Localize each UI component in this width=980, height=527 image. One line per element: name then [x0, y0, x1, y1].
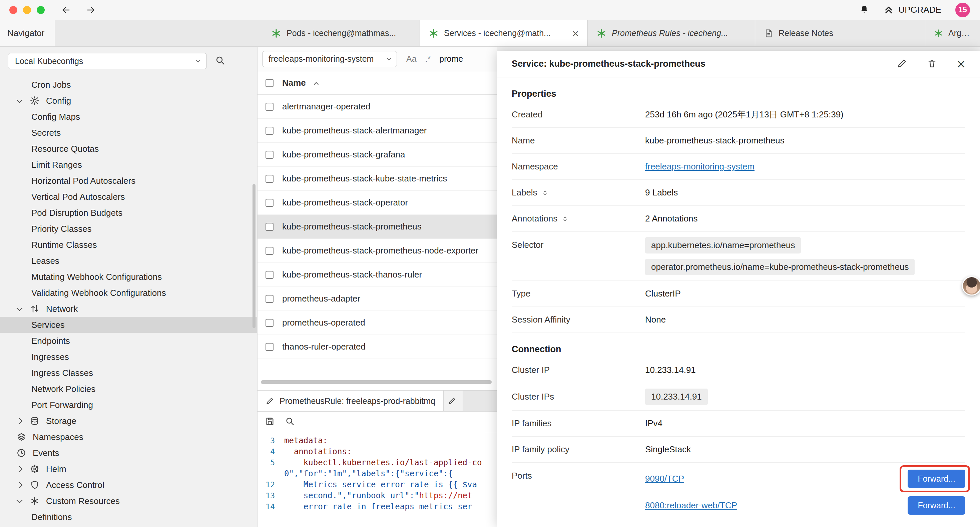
row-checkbox[interactable]	[266, 319, 274, 327]
yaml-editor[interactable]: 3metadata: 4 annotations: 5 kubectl.kube…	[258, 432, 497, 527]
sidebar-item-limit-ranges[interactable]: Limit Ranges	[0, 157, 257, 173]
sidebar-item-vertical-pod-autoscalers[interactable]: Vertical Pod Autoscalers	[0, 189, 257, 205]
table-row[interactable]: kube-prometheus-stack-operator	[258, 191, 497, 215]
sidebar-item-network[interactable]: Network	[0, 301, 257, 317]
sidebar-item-cron-jobs[interactable]: Cron Jobs	[0, 77, 257, 93]
sidebar-item-priority-classes[interactable]: Priority Classes	[0, 221, 257, 237]
navigator-sidebar: Local Kubeconfigs Cron Jobs Config Confi…	[0, 47, 258, 527]
row-checkbox[interactable]	[266, 223, 274, 231]
kubeconfig-selector[interactable]: Local Kubeconfigs	[8, 53, 207, 69]
expand-collapse-icon[interactable]	[541, 189, 549, 196]
table-row[interactable]: kube-prometheus-stack-alertmanager	[258, 119, 497, 143]
row-checkbox[interactable]	[266, 343, 274, 351]
port-link[interactable]: 9090/TCP	[645, 474, 684, 484]
table-row-selected[interactable]: kube-prometheus-stack-prometheus	[258, 215, 497, 239]
sidebar-item-leases[interactable]: Leases	[0, 253, 257, 269]
sidebar-item-services[interactable]: Services	[0, 317, 257, 333]
row-checkbox[interactable]	[266, 151, 274, 159]
row-checkbox[interactable]	[266, 175, 274, 183]
close-icon[interactable]: ×	[957, 57, 965, 72]
sidebar-item-secrets[interactable]: Secrets	[0, 125, 257, 141]
sidebar-item-horizontal-pod-autoscalers[interactable]: Horizontal Pod Autoscalers	[0, 173, 257, 189]
table-row[interactable]: kube-prometheus-stack-grafana	[258, 143, 497, 167]
sidebar-item-ingresses[interactable]: Ingresses	[0, 349, 257, 365]
row-checkbox[interactable]	[266, 295, 274, 303]
sidebar-item-resource-quotas[interactable]: Resource Quotas	[0, 141, 257, 157]
upgrade-button[interactable]: UPGRADE	[884, 5, 941, 15]
table-row[interactable]: alertmanager-operated	[258, 95, 497, 119]
forward-button[interactable]: Forward...	[908, 470, 965, 488]
save-icon[interactable]	[265, 416, 275, 428]
dock-tab-prometheusrule[interactable]: PrometheusRule: freeleaps-prod-rabbitmq	[258, 390, 444, 411]
sidebar-item-ingress-classes[interactable]: Ingress Classes	[0, 365, 257, 381]
table-header-row: Name	[258, 72, 497, 95]
sidebar-item-custom-resources[interactable]: Custom Resources	[0, 493, 257, 509]
namespace-filter-dropdown[interactable]: freeleaps-monitoring-system	[262, 51, 397, 67]
dock-tab-partial[interactable]	[444, 390, 463, 411]
tab-release-notes[interactable]: Release Notes	[755, 20, 925, 46]
user-avatar[interactable]	[962, 276, 980, 296]
sidebar-item-network-policies[interactable]: Network Policies	[0, 381, 257, 397]
table-row[interactable]: thanos-ruler-operated	[258, 335, 497, 359]
table-row[interactable]: prometheus-operated	[258, 311, 497, 335]
sidebar-item-mutating-webhook-configurations[interactable]: Mutating Webhook Configurations	[0, 269, 257, 285]
row-checkbox[interactable]	[266, 247, 274, 255]
namespace-link[interactable]: freeleaps-monitoring-system	[645, 161, 965, 172]
forward-nav-button[interactable]	[85, 4, 97, 16]
sidebar-search-icon[interactable]	[215, 55, 226, 67]
sidebar-item-helm[interactable]: Helm	[0, 461, 257, 477]
custom-resources-icon	[29, 495, 41, 507]
sidebar-item-endpoints[interactable]: Endpoints	[0, 333, 257, 349]
zoom-window-button[interactable]	[37, 6, 45, 14]
table-row[interactable]: kube-prometheus-stack-thanos-ruler	[258, 263, 497, 287]
edit-icon[interactable]	[897, 58, 907, 70]
table-row[interactable]: prometheus-adapter	[258, 287, 497, 311]
sidebar-item-validating-webhook-configurations[interactable]: Validating Webhook Configurations	[0, 285, 257, 301]
sidebar-item-definitions[interactable]: Definitions	[0, 509, 257, 525]
horizontal-scrollbar[interactable]	[261, 380, 492, 384]
sidebar-item-namespaces[interactable]: Namespaces	[0, 429, 257, 445]
sort-ascending-icon[interactable]	[314, 82, 318, 86]
notifications-bell-icon[interactable]	[859, 4, 870, 16]
search-input[interactable]: prome	[439, 54, 463, 64]
forward-button[interactable]: Forward...	[908, 496, 965, 515]
delete-icon[interactable]	[927, 58, 937, 70]
match-case-toggle[interactable]: Aa	[406, 54, 417, 64]
minimize-window-button[interactable]	[23, 6, 31, 14]
expand-collapse-icon[interactable]	[562, 215, 569, 223]
close-window-button[interactable]	[10, 6, 18, 14]
notification-count-badge[interactable]: 15	[955, 3, 970, 18]
sidebar-item-storage[interactable]: Storage	[0, 413, 257, 429]
table-row[interactable]: kube-prometheus-stack-prometheus-node-ex…	[258, 239, 497, 263]
chevron-down-icon	[15, 307, 23, 311]
row-checkbox[interactable]	[266, 271, 274, 279]
tab-pods[interactable]: Pods - icecheng@mathmas...	[262, 20, 420, 46]
sidebar-item-port-forwarding[interactable]: Port Forwarding	[0, 397, 257, 413]
sidebar-scrollbar[interactable]	[253, 184, 256, 328]
tab-services[interactable]: Services - icecheng@math... ×	[420, 20, 588, 46]
tab-argo[interactable]: Argo S	[925, 20, 980, 46]
sidebar-item-access-control[interactable]: Access Control	[0, 477, 257, 493]
row-checkbox[interactable]	[266, 127, 274, 135]
name-column-header[interactable]: Name	[282, 78, 306, 88]
sidebar-item-runtime-classes[interactable]: Runtime Classes	[0, 237, 257, 253]
regex-toggle[interactable]: .*	[425, 54, 431, 64]
row-checkbox[interactable]	[266, 199, 274, 207]
editor-search-icon[interactable]	[285, 416, 295, 428]
back-button[interactable]	[60, 4, 72, 16]
close-tab-icon[interactable]: ×	[567, 28, 579, 39]
chevron-down-icon	[196, 58, 200, 62]
row-checkbox[interactable]	[266, 103, 274, 111]
sidebar-item-pod-disruption-budgets[interactable]: Pod Disruption Budgets	[0, 205, 257, 221]
editor-line: 4 annotations:	[258, 446, 497, 457]
property-row-selector: Selector app.kubernetes.io/name=promethe…	[512, 232, 965, 281]
navigator-panel-tab[interactable]: Navigator	[0, 20, 55, 46]
sidebar-item-config[interactable]: Config	[0, 93, 257, 109]
table-row[interactable]: kube-prometheus-stack-kube-state-metrics	[258, 167, 497, 191]
tab-prometheus-rules[interactable]: Prometheus Rules - icecheng...	[588, 20, 755, 46]
select-all-checkbox[interactable]	[266, 79, 274, 87]
list-search-field[interactable]: Aa .* prome	[406, 54, 463, 64]
port-link[interactable]: 8080:reloader-web/TCP	[645, 500, 737, 511]
sidebar-item-events[interactable]: Events	[0, 445, 257, 461]
sidebar-item-config-maps[interactable]: Config Maps	[0, 109, 257, 125]
